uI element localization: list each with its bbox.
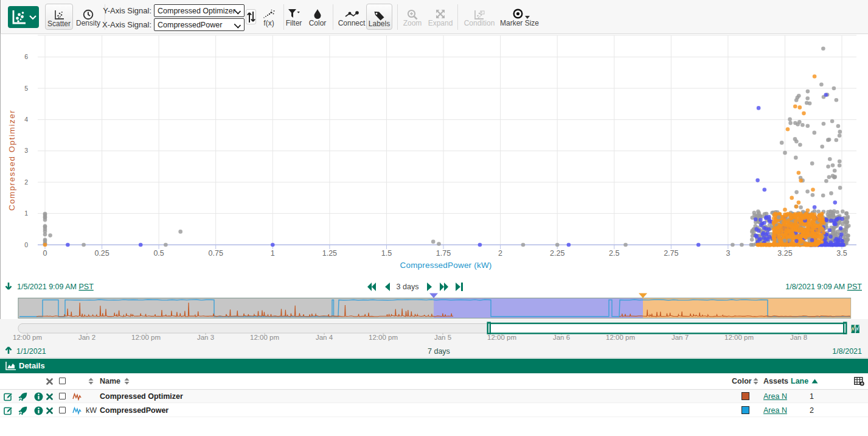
svg-text:1/5/2021 9:09 AM PST: 1/5/2021 9:09 AM PST (17, 283, 94, 291)
svg-text:12:00 pm: 12:00 pm (131, 334, 161, 341)
svg-text:2: 2 (498, 249, 502, 258)
svg-text:0: 0 (24, 241, 28, 248)
svg-text:Jan 5: Jan 5 (434, 334, 451, 341)
svg-text:5: 5 (24, 85, 28, 92)
svg-text:3: 3 (726, 249, 730, 258)
svg-text:7 days: 7 days (428, 347, 450, 356)
svg-text:3 days: 3 days (397, 283, 419, 291)
svg-text:0.25: 0.25 (94, 249, 109, 258)
svg-text:12:00 pm: 12:00 pm (487, 334, 516, 341)
svg-text:2.25: 2.25 (550, 249, 564, 258)
svg-text:Jan 6: Jan 6 (553, 334, 570, 341)
svg-text:12:00 pm: 12:00 pm (13, 334, 42, 341)
svg-text:CompressedPower (kW): CompressedPower (kW) (400, 261, 491, 270)
svg-text:1: 1 (24, 209, 28, 217)
svg-text:Compressed Optimizer: Compressed Optimizer (7, 110, 16, 211)
svg-text:Jan 8: Jan 8 (790, 334, 807, 341)
svg-text:2.75: 2.75 (664, 249, 678, 258)
svg-text:Jan 2: Jan 2 (78, 334, 95, 341)
svg-text:3.5: 3.5 (836, 249, 847, 258)
svg-text:0.75: 0.75 (209, 249, 223, 258)
svg-text:2.5: 2.5 (609, 249, 619, 258)
svg-text:6: 6 (24, 53, 28, 60)
svg-text:1/1/2021: 1/1/2021 (16, 347, 46, 356)
svg-text:1.25: 1.25 (322, 249, 337, 258)
svg-text:1/8/2021: 1/8/2021 (832, 347, 862, 356)
svg-text:3.25: 3.25 (777, 249, 792, 258)
svg-text:Jan 3: Jan 3 (197, 334, 214, 341)
svg-text:1/8/2021 9:09 AM PST: 1/8/2021 9:09 AM PST (785, 283, 862, 291)
svg-text:1: 1 (271, 249, 275, 258)
svg-text:3: 3 (24, 147, 28, 154)
svg-text:12:00 pm: 12:00 pm (369, 334, 398, 341)
svg-text:4: 4 (24, 116, 28, 123)
svg-text:0.5: 0.5 (153, 249, 164, 258)
svg-text:12:00 pm: 12:00 pm (606, 334, 635, 341)
svg-text:Jan 7: Jan 7 (672, 334, 689, 341)
svg-text:1.75: 1.75 (436, 249, 451, 258)
svg-text:12:00 pm: 12:00 pm (250, 334, 279, 341)
svg-text:2: 2 (24, 178, 28, 186)
svg-text:Jan 4: Jan 4 (316, 334, 333, 341)
svg-text:1.5: 1.5 (381, 249, 392, 258)
svg-text:0: 0 (43, 249, 47, 258)
svg-text:12:00 pm: 12:00 pm (724, 334, 754, 341)
